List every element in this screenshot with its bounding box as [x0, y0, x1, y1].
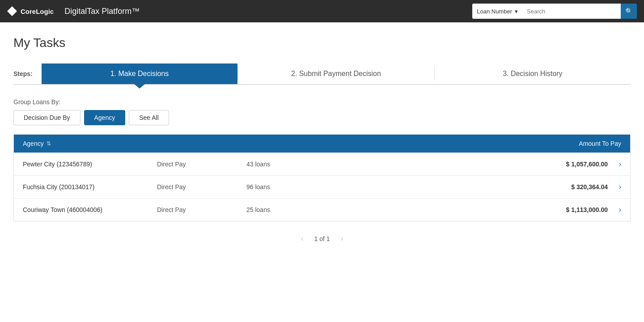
pagination-info: 1 of 1: [314, 235, 330, 242]
row-agency-name: Fuchsia City (200134017): [23, 183, 157, 191]
logo: CoreLogic: [7, 6, 54, 16]
group-loans-section: Group Loans By: Decision Due By Agency S…: [13, 98, 631, 125]
group-btn-agency[interactable]: Agency: [84, 110, 126, 125]
tab-submit-payment[interactable]: 2. Submit Payment Decision: [238, 64, 434, 84]
row-agency-name: Couriway Town (460004006): [23, 206, 157, 213]
row-loans-count: 25 loans: [246, 206, 527, 213]
group-btn-see-all[interactable]: See All: [129, 110, 169, 125]
row-amount: $ 320,364.04: [527, 183, 608, 191]
row-loans-count: 96 loans: [246, 183, 527, 191]
row-agency-name: Pewter City (123456789): [23, 161, 157, 168]
pagination-prev-button[interactable]: ‹: [297, 232, 307, 245]
search-area: Loan Number ▾ 🔍: [472, 4, 637, 19]
group-buttons: Decision Due By Agency See All: [13, 110, 631, 125]
steps-tabs: Steps: 1. Make Decisions 2. Submit Payme…: [13, 64, 631, 85]
page-title: My Tasks: [13, 36, 631, 50]
row-amount: $ 1,057,600.00: [527, 161, 608, 168]
dropdown-chevron-icon: ▾: [515, 8, 518, 15]
table-row[interactable]: Couriway Town (460004006) Direct Pay 25 …: [14, 198, 630, 221]
pagination-next-button[interactable]: ›: [337, 232, 347, 245]
row-pay-type: Direct Pay: [157, 206, 246, 213]
table-row[interactable]: Pewter City (123456789) Direct Pay 43 lo…: [14, 153, 630, 175]
tab-decision-history[interactable]: 3. Decision History: [435, 64, 631, 84]
steps-label: Steps:: [13, 64, 42, 84]
row-chevron-icon: ›: [608, 206, 621, 214]
row-pay-type: Direct Pay: [157, 183, 246, 191]
group-loans-label: Group Loans By:: [13, 98, 631, 106]
pagination: ‹ 1 of 1 ›: [13, 221, 631, 256]
table-row[interactable]: Fuchsia City (200134017) Direct Pay 96 l…: [14, 175, 630, 198]
agency-table: Agency ⇅ Amount To Pay Pewter City (1234…: [13, 134, 631, 221]
logo-icon: [7, 6, 17, 16]
row-pay-type: Direct Pay: [157, 161, 246, 168]
row-chevron-icon: ›: [608, 183, 621, 191]
prev-icon: ‹: [301, 234, 303, 243]
row-chevron-icon: ›: [608, 160, 621, 168]
app-header: CoreLogic DigitalTax Platform™ Loan Numb…: [0, 0, 644, 22]
sort-icon[interactable]: ⇅: [47, 140, 51, 147]
logo-text: CoreLogic: [21, 8, 54, 15]
table-header-row: Agency ⇅ Amount To Pay: [14, 135, 630, 153]
search-button[interactable]: 🔍: [621, 4, 637, 19]
row-amount: $ 1,113,000.00: [527, 206, 608, 213]
search-type-label: Loan Number: [477, 8, 512, 15]
row-loans-count: 43 loans: [246, 161, 527, 168]
th-agency-label: Agency: [23, 140, 44, 147]
th-amount: Amount To Pay: [532, 140, 621, 147]
app-title: DigitalTax Platform™: [64, 7, 465, 16]
group-btn-decision-due-by[interactable]: Decision Due By: [13, 110, 80, 125]
search-icon: 🔍: [625, 8, 633, 15]
th-agency: Agency ⇅: [23, 140, 157, 147]
next-icon: ›: [341, 234, 343, 243]
tab-make-decisions[interactable]: 1. Make Decisions: [42, 64, 237, 84]
search-type-dropdown[interactable]: Loan Number ▾: [472, 4, 522, 19]
search-input[interactable]: [522, 4, 621, 19]
main-content: My Tasks Steps: 1. Make Decisions 2. Sub…: [0, 22, 644, 322]
